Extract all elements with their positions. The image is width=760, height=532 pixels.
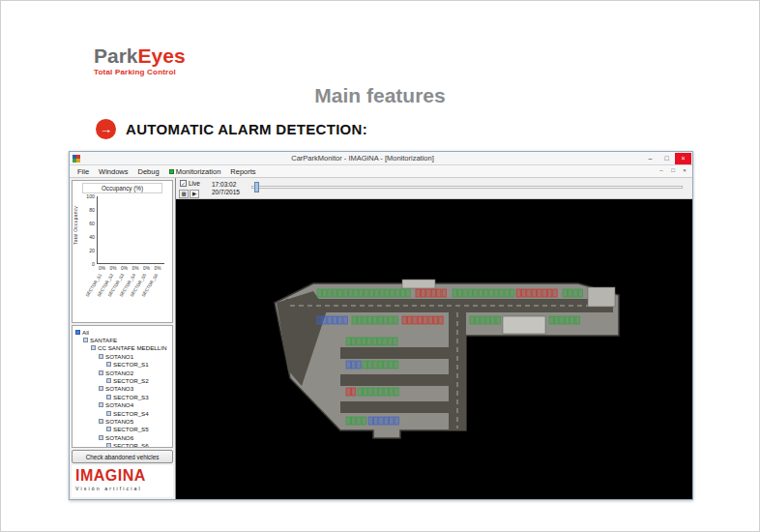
logo-subtitle: Total Parking Control bbox=[94, 68, 186, 76]
tree-item-sector-s5[interactable]: SECTOR_S5 bbox=[73, 426, 172, 433]
live-checkbox[interactable]: ✓ bbox=[180, 180, 187, 187]
tree-node-icon bbox=[106, 443, 111, 448]
maximize-button[interactable]: □ bbox=[658, 153, 675, 164]
timeline-slider-thumb[interactable] bbox=[254, 182, 259, 192]
slide-title: Main features bbox=[1, 84, 759, 107]
tree-node-icon bbox=[91, 345, 96, 350]
menubar: File Windows Debug Monitorization Report… bbox=[70, 165, 692, 178]
carparkmonitor-window: CarParkMonitor - IMAGiNA - [Monitorizati… bbox=[69, 151, 693, 500]
logo-park-text: Park bbox=[94, 44, 138, 67]
tree-item-label: SOTANO6 bbox=[105, 434, 133, 441]
timeline-slider-track[interactable] bbox=[251, 186, 683, 189]
logo-eyes-text: Eyes bbox=[138, 44, 186, 67]
tree-item-label: SANTAFE bbox=[90, 337, 117, 343]
lower-aisle-2 bbox=[340, 374, 460, 386]
menu-item-label: Monitorization bbox=[176, 167, 221, 176]
feature-heading: AUTOMATIC ALARM DETECTION: bbox=[126, 121, 367, 137]
parking-floorplan[interactable] bbox=[255, 277, 623, 443]
tree-item-sector-s6[interactable]: SECTOR_S6 bbox=[73, 441, 172, 448]
tree-item-sector-s1[interactable]: SECTOR_S1 bbox=[73, 361, 172, 369]
check-abandoned-vehicles-button[interactable]: Check abandoned vehicles bbox=[72, 450, 173, 463]
chart-y-axis-label: Total Occupancy bbox=[73, 206, 78, 245]
tree-item-sector-s2[interactable]: SECTOR_S2 bbox=[73, 376, 172, 384]
tree-item-sector-s4[interactable]: SECTOR_S4 bbox=[73, 409, 172, 417]
bar-value-label: 0% bbox=[119, 266, 130, 271]
window-body: Occupancy (%) Total Occupancy 100 80 60 … bbox=[70, 178, 692, 499]
tree-node-icon bbox=[83, 338, 88, 342]
monitor-toolbar: ✓ Live ▦ ▶ 17:03:02 20/7/2015 bbox=[176, 178, 692, 199]
mdi-close-button[interactable]: × bbox=[679, 166, 690, 176]
date-value: 20/7/2015 bbox=[212, 189, 240, 195]
menu-item-debug[interactable]: Debug bbox=[133, 167, 164, 176]
tree-item-sector-s3[interactable]: SECTOR_S3 bbox=[73, 393, 172, 400]
menu-item-reports[interactable]: Reports bbox=[225, 167, 260, 176]
menu-item-monitorization[interactable]: Monitorization bbox=[164, 167, 226, 176]
tree-item-label: SECTOR_S6 bbox=[113, 442, 149, 448]
close-button[interactable]: × bbox=[675, 153, 691, 164]
app-icon bbox=[73, 155, 80, 163]
tree-item-label: SECTOR_S4 bbox=[113, 410, 149, 417]
timeline-slider[interactable] bbox=[251, 178, 683, 198]
chart-title: Occupancy (%) bbox=[82, 183, 162, 193]
mdi-window-controls: – □ × bbox=[656, 166, 692, 176]
bar-value-label: 0% bbox=[97, 266, 107, 271]
map-viewport[interactable] bbox=[176, 199, 692, 499]
monitor-area: ✓ Live ▦ ▶ 17:03:02 20/7/2015 bbox=[176, 178, 692, 499]
tree-item-label: CC SANTAFE MEDELLIN bbox=[98, 344, 166, 351]
structure-block bbox=[503, 316, 545, 334]
monitorization-icon bbox=[169, 169, 174, 174]
tree-item-cc-santafe-medellin[interactable]: CC SANTAFE MEDELLIN bbox=[73, 344, 172, 352]
tree-item-label: SOTANO1 bbox=[105, 353, 133, 360]
menu-item-label: Debug bbox=[138, 167, 160, 176]
menu-item-label: File bbox=[77, 167, 89, 176]
lower-aisle-3 bbox=[340, 401, 460, 413]
time-value: 17:03:02 bbox=[212, 181, 236, 188]
tree-item-label: SECTOR_S2 bbox=[113, 377, 149, 384]
window-titlebar: CarParkMonitor - IMAGiNA - [Monitorizati… bbox=[70, 152, 692, 165]
window-controls: – □ × bbox=[642, 153, 691, 164]
tree-node-icon bbox=[99, 386, 103, 391]
tree-item-label: All bbox=[82, 329, 89, 336]
stairs-block bbox=[402, 280, 435, 288]
parkeyes-logo: ParkEyes Total Parking Control bbox=[94, 45, 186, 76]
tree-item-sotano6[interactable]: SOTANO6 bbox=[73, 433, 172, 441]
occupancy-chart: Occupancy (%) Total Occupancy 100 80 60 … bbox=[72, 180, 173, 323]
tree-item-all[interactable]: All bbox=[73, 328, 172, 336]
bar-value-label: 0% bbox=[108, 266, 119, 271]
menu-item-label: Reports bbox=[230, 167, 255, 176]
grid-view-button[interactable]: ▦ bbox=[179, 190, 189, 198]
live-toggle-row: ✓ Live bbox=[180, 180, 200, 187]
tree-node-icon bbox=[75, 330, 80, 335]
menu-item-label: Windows bbox=[99, 167, 128, 176]
arrow-icon: → bbox=[96, 119, 116, 139]
presentation-slide: ParkEyes Total Parking Control Main feat… bbox=[0, 0, 760, 532]
tree-item-label: SOTANO2 bbox=[105, 369, 133, 376]
play-button[interactable]: ▶ bbox=[190, 190, 199, 198]
menu-item-windows[interactable]: Windows bbox=[94, 167, 132, 176]
minimize-button[interactable]: – bbox=[642, 153, 658, 164]
tree-node-icon bbox=[99, 370, 103, 375]
bar-value-label: 0% bbox=[153, 266, 163, 271]
lower-aisle-1 bbox=[340, 347, 460, 359]
mdi-minimize-button[interactable]: – bbox=[656, 166, 667, 176]
mdi-restore-button[interactable]: □ bbox=[667, 166, 679, 176]
parkeyes-logo-text: ParkEyes bbox=[94, 45, 186, 66]
tree-item-sotano3[interactable]: SOTANO3 bbox=[73, 385, 172, 393]
tree-item-sotano4[interactable]: SOTANO4 bbox=[73, 401, 172, 409]
bar-value-label: 0% bbox=[141, 266, 152, 271]
y-tick: 80 bbox=[80, 207, 95, 213]
tree-item-label: SECTOR_S1 bbox=[113, 361, 149, 368]
tree-node-icon bbox=[99, 435, 103, 440]
timestamp: 17:03:02 20/7/2015 bbox=[212, 181, 240, 197]
sector-tree: All SANTAFE CC SANTAFE MEDELLIN SOTANO1 … bbox=[72, 325, 173, 448]
tree-node-icon bbox=[106, 378, 111, 383]
y-tick: 40 bbox=[80, 234, 95, 240]
tree-item-label: SECTOR_S5 bbox=[113, 426, 149, 432]
tree-item-sotano2[interactable]: SOTANO2 bbox=[73, 369, 172, 376]
tree-item-sotano1[interactable]: SOTANO1 bbox=[73, 352, 172, 360]
tree-item-sotano5[interactable]: SOTANO5 bbox=[73, 417, 172, 425]
playback-buttons: ▦ ▶ bbox=[179, 190, 199, 198]
menu-item-file[interactable]: File bbox=[73, 167, 94, 176]
live-label: Live bbox=[189, 180, 200, 187]
tree-item-santafe[interactable]: SANTAFE bbox=[73, 336, 172, 343]
